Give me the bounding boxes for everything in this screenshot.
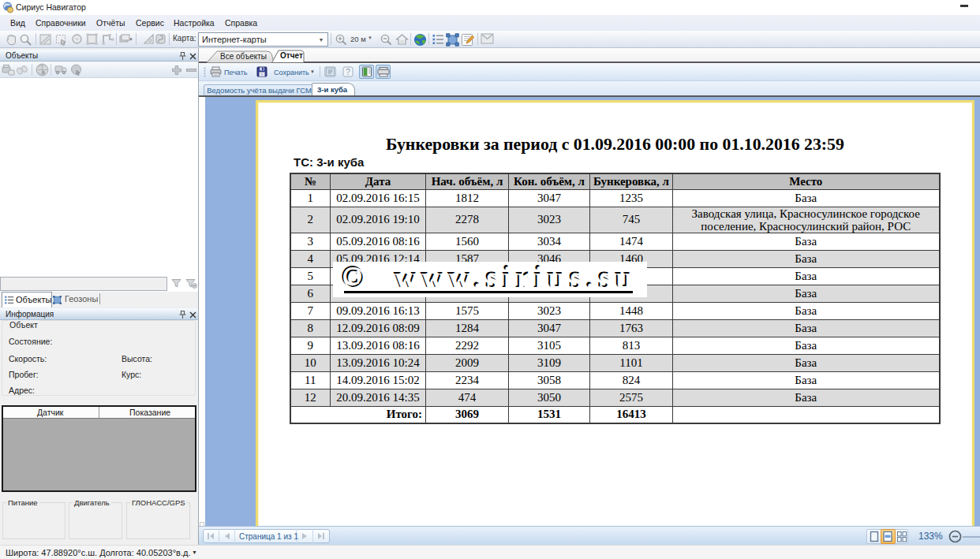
svg-text:?: ? [346,68,350,76]
